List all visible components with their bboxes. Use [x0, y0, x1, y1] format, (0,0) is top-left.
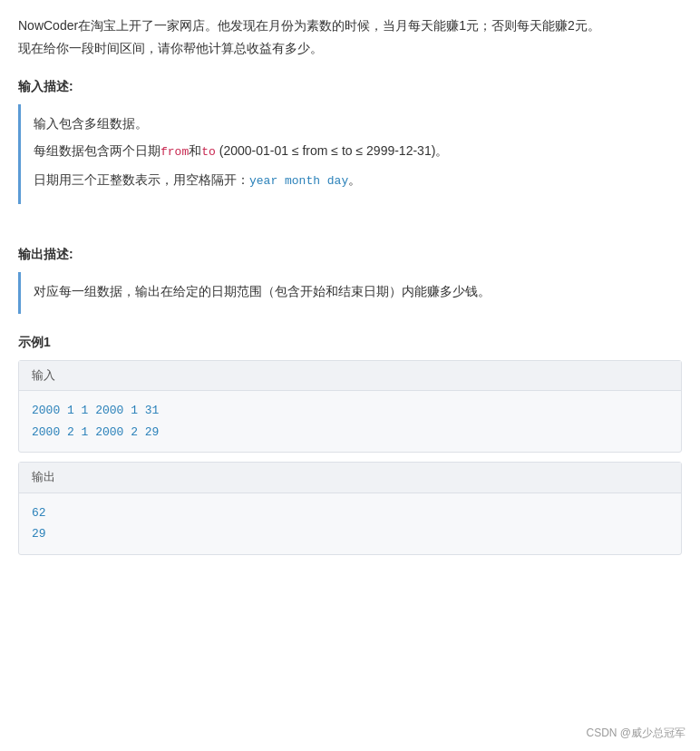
example-input-box: 输入 2000 1 1 2000 1 31 2000 2 1 2000 2 29: [18, 360, 682, 454]
output-section-title: 输出描述:: [18, 244, 682, 264]
example-output-line-2: 29: [32, 523, 668, 544]
example-title: 示例1: [18, 332, 682, 352]
example-output-box: 输出 62 29: [18, 462, 682, 555]
example-input-line-1: 2000 1 1 2000 1 31: [32, 400, 668, 421]
example-input-line-2: 2000 2 1 2000 2 29: [32, 422, 668, 443]
input-line-3: 日期用三个正整数表示，用空格隔开：year month day。: [34, 168, 669, 193]
example-input-header: 输入: [19, 361, 681, 392]
input-section-content: 输入包含多组数据。 每组数据包含两个日期from和to (2000-01-01 …: [18, 104, 682, 204]
input-section-title: 输入描述:: [18, 76, 682, 96]
problem-text-line1: NowCoder在淘宝上开了一家网店。他发现在月份为素数的时候，当月每天能赚1元…: [18, 18, 600, 33]
output-section-content: 对应每一组数据，输出在给定的日期范围（包含开始和结束日期）内能赚多少钱。: [18, 272, 682, 315]
example-output-header: 输出: [19, 463, 681, 493]
problem-description: NowCoder在淘宝上开了一家网店。他发现在月份为素数的时候，当月每天能赚1元…: [18, 15, 682, 60]
code-from: from: [160, 145, 189, 159]
input-line-1: 输入包含多组数据。: [34, 112, 669, 136]
code-to: to: [201, 145, 216, 159]
output-line-1: 对应每一组数据，输出在给定的日期范围（包含开始和结束日期）内能赚多少钱。: [34, 279, 669, 304]
problem-text-line2: 现在给你一段时间区间，请你帮他计算总收益有多少。: [18, 41, 323, 55]
example-output-line-1: 62: [32, 502, 668, 523]
footer-watermark: CSDN @威少总冠军: [586, 725, 685, 742]
example-input-body: 2000 1 1 2000 1 31 2000 2 1 2000 2 29: [19, 391, 681, 452]
code-date-format: year month day: [249, 174, 348, 188]
example-output-body: 62 29: [19, 493, 681, 554]
input-line-2: 每组数据包含两个日期from和to (2000-01-01 ≤ from ≤ t…: [34, 139, 669, 164]
